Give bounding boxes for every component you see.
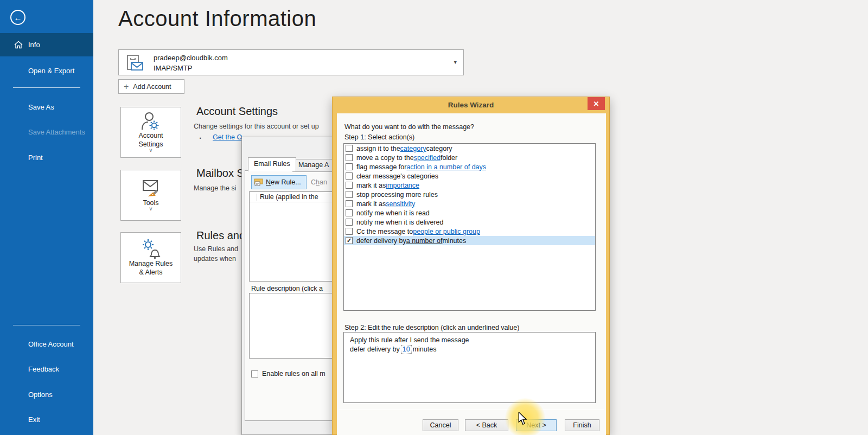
action-checkbox[interactable] xyxy=(346,209,353,216)
action-checkbox[interactable] xyxy=(346,154,353,161)
section-body: Use Rules and xyxy=(194,245,238,253)
bullet-icon: ▪ xyxy=(200,136,201,140)
rule-list[interactable]: Rule (applied in the xyxy=(249,191,338,282)
action-value-link[interactable]: action in a number of days xyxy=(406,163,486,171)
button-separator xyxy=(339,410,604,410)
new-rule-icon xyxy=(254,178,263,186)
action-row[interactable]: ✓defer delivery by a number of minutes xyxy=(344,236,595,245)
action-value-link[interactable]: category xyxy=(400,145,426,152)
rule-description-box xyxy=(249,293,338,359)
rule-list-header: Rule (applied in the xyxy=(250,192,338,202)
add-account-label: Add Account xyxy=(133,83,171,91)
rules-and-alerts-dialog: Email Rules Manage A New Rule... Chan Ru… xyxy=(241,137,336,435)
enable-rules-label: Enable rules on all m xyxy=(262,370,326,378)
description-line: defer delivery by10minutes xyxy=(350,345,589,354)
action-text: Cc the message to xyxy=(356,228,413,235)
action-checkbox[interactable] xyxy=(346,228,353,235)
back-button-wizard[interactable]: < Back xyxy=(465,419,508,431)
action-value-link[interactable]: people or public group xyxy=(413,228,480,235)
action-checkbox[interactable] xyxy=(346,200,353,207)
action-row[interactable]: notify me when it is delivered xyxy=(344,218,595,227)
mail-account-icon xyxy=(125,54,145,72)
action-text: assign it to the xyxy=(356,145,400,152)
step1-label: Step 1: Select action(s) xyxy=(344,133,414,141)
rule-description-editor: Apply this rule after I send the message… xyxy=(343,332,596,403)
close-button[interactable]: ✕ xyxy=(588,97,605,110)
action-text: clear message's categories xyxy=(356,172,438,180)
rule-column-header: Rule (applied in the xyxy=(260,193,318,201)
tools-icon xyxy=(139,179,163,199)
section-body: updates when xyxy=(194,255,236,263)
new-rule-accel: N xyxy=(266,178,271,186)
section-body: Change settings for this account or set … xyxy=(194,123,319,130)
wizard-content: What do you want to do with the message?… xyxy=(337,113,606,435)
action-value-link[interactable]: sensitivity xyxy=(386,200,415,208)
change-rule-button[interactable]: Chan xyxy=(311,178,327,186)
account-protocol: IMAP/SMTP xyxy=(154,64,193,72)
section-heading: Account Settings xyxy=(196,105,278,118)
chevron-down-icon: ˅ xyxy=(149,149,152,153)
next-button[interactable]: Next > xyxy=(516,419,557,431)
action-row[interactable]: assign it to the category category xyxy=(344,144,595,153)
action-text: notify me when it is read xyxy=(356,209,430,217)
action-text: folder xyxy=(441,154,457,162)
action-text: category xyxy=(426,145,452,152)
minutes-value-link[interactable]: 10 xyxy=(401,345,412,354)
action-text: stop processing more rules xyxy=(356,191,438,199)
action-checkbox[interactable] xyxy=(346,182,353,189)
column-divider xyxy=(257,194,257,201)
plus-icon: + xyxy=(124,82,129,91)
action-text: mark it as xyxy=(356,200,386,208)
tab-email-rules[interactable]: Email Rules xyxy=(248,157,296,171)
action-row[interactable]: clear message's categories xyxy=(344,171,595,181)
finish-button[interactable]: Finish xyxy=(565,419,599,431)
action-text: mark it as xyxy=(356,182,386,189)
add-account-button[interactable]: + Add Account xyxy=(118,79,184,94)
step2-label: Step 2: Edit the rule description (click… xyxy=(344,324,519,331)
action-text: notify me when it is delivered xyxy=(356,219,444,226)
action-checkbox[interactable] xyxy=(346,163,353,170)
new-rule-label: ew Rule... xyxy=(271,178,301,186)
section-body: Manage the si xyxy=(194,184,237,192)
chevron-down-icon: ˅ xyxy=(149,207,152,212)
action-row[interactable]: flag message for action in a number of d… xyxy=(344,162,595,171)
section-heading: Mailbox S xyxy=(196,167,244,180)
get-outlook-link[interactable]: Get the O xyxy=(213,133,242,141)
rules-wizard-dialog: Rules Wizard ✕ What do you want to do wi… xyxy=(332,97,610,435)
action-value-link[interactable]: importance xyxy=(386,182,419,189)
action-checkbox[interactable] xyxy=(346,172,353,180)
action-list: assign it to the category categorymove a… xyxy=(343,143,596,311)
action-row[interactable]: notify me when it is read xyxy=(344,208,595,218)
action-row[interactable]: mark it as sensitivity xyxy=(344,199,595,208)
outlook-backstage: ← Info Open & Export Save As Save Attach… xyxy=(0,0,868,435)
account-settings-icon xyxy=(139,112,162,131)
dialog-title: Rules Wizard xyxy=(333,97,609,113)
action-value-link[interactable]: specified xyxy=(414,154,441,162)
dropdown-caret-icon[interactable]: ▾ xyxy=(454,59,457,66)
manage-rules-alerts-tile[interactable]: Manage Rules & Alerts xyxy=(120,232,181,283)
account-selector[interactable]: pradeep@cloudbik.com IMAP/SMTP ▾ xyxy=(118,49,464,75)
account-settings-tile[interactable]: Account Settings ˅ xyxy=(120,107,181,158)
action-checkbox[interactable] xyxy=(346,219,353,226)
action-checkbox[interactable] xyxy=(346,145,353,152)
account-email: pradeep@cloudbik.com xyxy=(154,54,228,62)
action-checkbox[interactable] xyxy=(346,191,353,198)
action-checkbox[interactable]: ✓ xyxy=(346,237,353,244)
tools-tile[interactable]: Tools ˅ xyxy=(120,170,181,221)
page-title: Account Information xyxy=(118,7,316,31)
action-row[interactable]: move a copy to the specified folder xyxy=(344,153,595,162)
action-row[interactable]: Cc the message to people or public group xyxy=(344,227,595,236)
action-text: flag message for xyxy=(356,163,406,171)
section-heading: Rules and xyxy=(196,229,245,242)
enable-rules-checkbox[interactable] xyxy=(251,370,258,378)
new-rule-button[interactable]: New Rule... xyxy=(251,175,307,189)
action-row[interactable]: mark it as importance xyxy=(344,181,595,190)
rules-alerts-icon xyxy=(139,239,163,259)
cancel-button[interactable]: Cancel xyxy=(423,419,458,431)
action-text: defer delivery by xyxy=(356,237,406,245)
rule-description-label: Rule description (click a xyxy=(251,285,323,292)
action-row[interactable]: stop processing more rules xyxy=(344,190,595,199)
action-value-link[interactable]: a number of xyxy=(406,237,443,245)
description-line: Apply this rule after I send the message xyxy=(350,336,589,345)
enable-rules-row[interactable]: Enable rules on all m xyxy=(251,370,326,378)
